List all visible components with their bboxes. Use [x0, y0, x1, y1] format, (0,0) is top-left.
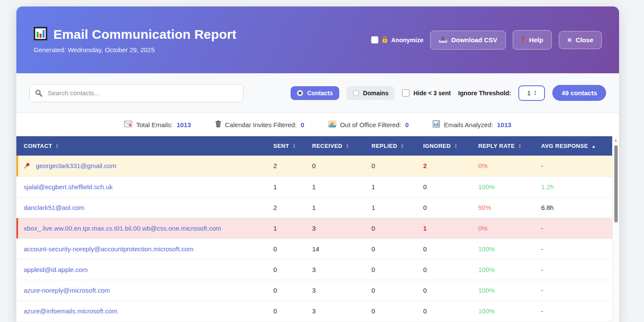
- stat-label: Calendar Invites Filtered:: [225, 121, 297, 128]
- column-header-received[interactable]: RECEIVED▲▼: [305, 136, 364, 156]
- scroll-up-arrow-icon[interactable]: ▲: [613, 138, 619, 142]
- replied-cell: 0: [364, 259, 416, 280]
- stat-value: 1013: [497, 121, 511, 128]
- reply-rate-cell: 100%: [471, 280, 534, 300]
- download-csv-label: Download CSV: [451, 36, 497, 44]
- search-input[interactable]: [29, 84, 244, 102]
- contact-link[interactable]: azure@infoemails.microsoft.com: [24, 307, 118, 315]
- sort-icon: ▲▼: [401, 144, 404, 149]
- contacts-table: CONTACT▲▼SENT▲▼RECEIVED▲▼REPLIED▲▼IGNORE…: [16, 136, 612, 322]
- column-label: CONTACT: [24, 143, 52, 149]
- contact-link[interactable]: sjalal@ecgbert.sheffield.sch.uk: [24, 183, 113, 191]
- reply-rate-cell: 100%: [471, 300, 534, 321]
- contact-count-badge: 49 contacts: [552, 85, 606, 101]
- stat-label: Out of Office Filtered:: [340, 121, 401, 128]
- anonymize-toggle[interactable]: Anonymize: [371, 36, 424, 44]
- help-button[interactable]: ? Help: [513, 30, 552, 50]
- column-header-avg-response[interactable]: AVG RESPONSE▲: [534, 136, 612, 156]
- help-label: Help: [529, 36, 543, 44]
- trash-icon: [215, 120, 221, 129]
- avg-response-cell: 6.8h: [534, 197, 612, 218]
- stat-out-of-office-filtered: Out of Office Filtered: 0: [328, 121, 409, 129]
- replied-cell: 0: [364, 238, 416, 259]
- report-window: Email Communication Report Generated: We…: [16, 6, 619, 322]
- ignore-threshold-input[interactable]: 1 ▲▼: [518, 85, 545, 101]
- download-icon: [439, 36, 447, 44]
- table-row: danclark51@aol.com 2 1 1 0 50% 6.8h: [16, 197, 612, 218]
- contact-link[interactable]: appleid@id.apple.com: [24, 266, 88, 273]
- contact-link[interactable]: azure-noreply@microsoft.com: [24, 287, 110, 294]
- sort-icon: ▲▼: [518, 144, 521, 149]
- domains-radio-button[interactable]: Domains: [347, 86, 395, 100]
- contact-link[interactable]: danclark51@aol.com: [24, 204, 84, 211]
- stat-value: 0: [405, 121, 409, 128]
- app-header: Email Communication Report Generated: We…: [16, 6, 619, 73]
- hide-few-sent-checkbox[interactable]: [402, 89, 409, 97]
- sort-icon: ▲▼: [293, 144, 296, 149]
- avg-response-cell: -: [534, 280, 612, 300]
- generated-date: Generated: Wednesday, October 29, 2025: [34, 46, 236, 53]
- received-cell: 3: [305, 259, 364, 280]
- anonymize-label: Anonymize: [391, 37, 424, 44]
- stat-value: 0: [300, 121, 304, 128]
- vertical-scrollbar[interactable]: ▲: [612, 136, 619, 322]
- close-button[interactable]: × Close: [559, 31, 602, 49]
- replied-cell: 0: [364, 280, 416, 300]
- beach-icon: [328, 121, 336, 129]
- table-header-row: CONTACT▲▼SENT▲▼RECEIVED▲▼REPLIED▲▼IGNORE…: [16, 136, 612, 156]
- scrollbar-thumb[interactable]: [614, 145, 618, 222]
- email-icon: [124, 121, 132, 128]
- search-box: [29, 84, 244, 102]
- contact-link[interactable]: account-security-noreply@accountprotecti…: [24, 245, 194, 253]
- column-label: RECEIVED: [312, 143, 342, 149]
- column-header-replied[interactable]: REPLIED▲▼: [364, 136, 416, 156]
- column-header-sent[interactable]: SENT▲▼: [266, 136, 305, 156]
- replied-cell: 0: [364, 156, 416, 176]
- stat-label: Emails Analyzed:: [444, 121, 493, 128]
- column-label: REPLIED: [372, 143, 397, 149]
- search-icon: [35, 89, 43, 99]
- avg-response-cell: -: [534, 238, 612, 259]
- reply-rate-cell: 0%: [471, 156, 534, 176]
- filter-bar: Contacts Domains Hide < 3 sent Ignore Th…: [16, 73, 619, 113]
- close-label: Close: [576, 36, 593, 44]
- table-row: georgeclark331@gmail.com 2 0 0 2 0% -: [16, 156, 612, 176]
- replied-cell: 1: [364, 176, 416, 197]
- stat-value: 1013: [176, 121, 191, 128]
- domains-label: Domains: [363, 90, 388, 97]
- replied-cell: 0: [364, 218, 416, 238]
- table-row: account-security-noreply@accountprotecti…: [16, 238, 612, 259]
- ignore-threshold-label: Ignore Threshold:: [458, 90, 511, 97]
- sent-cell: 0: [266, 259, 305, 280]
- ignored-cell: 0: [416, 176, 471, 197]
- received-cell: 3: [305, 280, 364, 300]
- sent-cell: 1: [266, 218, 305, 238]
- spinner-arrows-icon[interactable]: ▲▼: [534, 90, 536, 96]
- download-csv-button[interactable]: Download CSV: [430, 31, 506, 50]
- hide-few-sent-toggle[interactable]: Hide < 3 sent: [402, 89, 451, 97]
- received-cell: 3: [305, 218, 364, 238]
- received-cell: 1: [305, 176, 364, 197]
- avg-response-cell: -: [534, 218, 612, 238]
- stat-total-emails: Total Emails: 1013: [124, 121, 191, 128]
- anonymize-checkbox[interactable]: [371, 36, 378, 44]
- sent-cell: 2: [266, 156, 305, 176]
- contacts-radio-button[interactable]: Contacts: [291, 86, 339, 100]
- stat-calendar-filtered: Calendar Invites Filtered: 0: [215, 120, 304, 129]
- column-label: IGNORED: [423, 143, 451, 149]
- contact-link[interactable]: georgeclark331@gmail.com: [36, 162, 116, 169]
- table-row: sjalal@ecgbert.sheffield.sch.uk 1 1 1 0 …: [16, 176, 612, 197]
- received-cell: 0: [305, 156, 364, 176]
- column-header-reply-rate[interactable]: REPLY RATE▲▼: [471, 136, 534, 156]
- contact-link[interactable]: xbox_.live.ww.00.en.tpr.max.cs.t01.bil.0…: [24, 225, 221, 232]
- reply-rate-cell: 50%: [471, 197, 534, 218]
- sent-cell: 0: [266, 280, 305, 300]
- column-header-contact[interactable]: CONTACT▲▼: [16, 136, 266, 156]
- column-label: SENT: [273, 143, 289, 149]
- filter-controls: Contacts Domains Hide < 3 sent Ignore Th…: [291, 85, 606, 101]
- reply-rate-cell: 100%: [471, 238, 534, 259]
- column-header-ignored[interactable]: IGNORED▲▼: [416, 136, 471, 156]
- avg-response-cell: -: [534, 259, 612, 280]
- sent-cell: 2: [266, 197, 305, 218]
- received-cell: 14: [305, 238, 364, 259]
